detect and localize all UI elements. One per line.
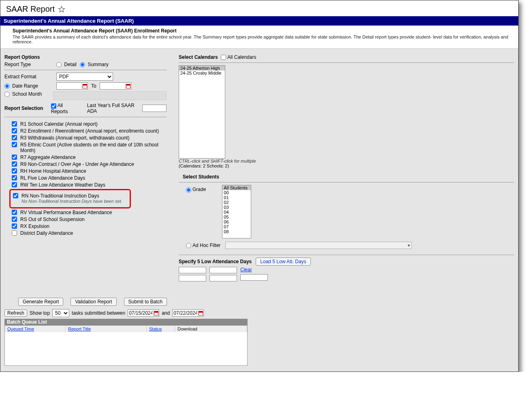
refresh-button[interactable]: Refresh: [4, 309, 27, 317]
low-day-input-5[interactable]: [209, 275, 237, 281]
calendar-item[interactable]: 24-25 Crosby Middle: [179, 71, 225, 75]
date-range-to[interactable]: [100, 82, 131, 90]
report-item[interactable]: R7 Aggregate Attendance: [12, 155, 167, 160]
last-year-ada-label: Last Year's Full SAAR ADA: [87, 103, 139, 114]
report-item[interactable]: R9 Non-Contract / Over Age - Under Age A…: [12, 161, 167, 167]
date-range-from[interactable]: [56, 82, 88, 90]
banner-title: Superintendent's Annual Attendance Repor…: [0, 16, 518, 26]
select-students-label: Select Students: [183, 174, 514, 180]
extract-format-label: Extract Format: [4, 74, 53, 79]
grade-item[interactable]: All Students: [222, 185, 251, 190]
generate-report-button[interactable]: Generate Report: [18, 298, 63, 306]
extract-format-select[interactable]: PDF: [56, 73, 113, 81]
highlighted-report-box: RN Non-Traditional Instruction DaysNo No…: [9, 189, 131, 208]
grade-list[interactable]: All Students000102030405060708: [222, 185, 251, 238]
description-body: The SAAR provides a summary of each dist…: [13, 34, 514, 44]
low-day-input-4[interactable]: [179, 275, 206, 281]
batch-queue-body: [5, 333, 247, 365]
grade-item[interactable]: 06: [222, 219, 251, 224]
report-item[interactable]: R1 School Calendar (Annual report): [12, 121, 167, 127]
report-selection-label: Report Selection: [4, 105, 48, 111]
report-item[interactable]: RN Non-Traditional Instruction DaysNo No…: [13, 193, 127, 204]
report-type-summary-option[interactable]: Summary: [80, 62, 109, 67]
col-queued-time[interactable]: Queued Time: [5, 326, 66, 332]
report-item[interactable]: RW Ten Low Attendance Weather Days: [12, 182, 167, 188]
report-item[interactable]: RS Out of School Suspension: [12, 217, 167, 222]
description-title: Superintendent's Annual Attendance Repor…: [13, 28, 514, 34]
report-item[interactable]: RL Five Low Attendance Days: [12, 175, 167, 181]
submit-to-batch-button[interactable]: Submit to Batch: [124, 298, 167, 306]
low-day-input-2[interactable]: [209, 267, 237, 273]
date-range-option[interactable]: Date Range: [4, 83, 53, 89]
grade-item[interactable]: 04: [222, 210, 251, 215]
school-month-option[interactable]: School Month: [4, 91, 53, 97]
select-calendars-label: Select Calendars: [179, 54, 218, 60]
report-options-header: Report Options: [4, 54, 167, 60]
specify-low-days-label: Specify 5 Low Attendance Days: [179, 259, 252, 264]
calendar-item[interactable]: 24-25 Atherton High: [179, 66, 225, 71]
page-title-bar: SAAR Report: [0, 0, 518, 16]
report-item[interactable]: RH Home Hospital Attendance: [12, 168, 167, 174]
report-item[interactable]: RX Expulsion: [12, 223, 167, 229]
adhoc-filter-select[interactable]: ▾: [225, 242, 412, 249]
favorite-star-icon[interactable]: [58, 6, 65, 13]
calendar-icon[interactable]: [198, 310, 203, 316]
report-item[interactable]: R2 Enrollment / Reenrollment (Annual rep…: [12, 128, 167, 134]
grade-item[interactable]: 02: [222, 200, 251, 205]
col-status[interactable]: Status: [147, 326, 175, 332]
clear-low-days-link[interactable]: Clear: [240, 267, 268, 273]
calendar-icon[interactable]: [125, 83, 131, 89]
report-item[interactable]: R3 Withdrawals (Annual report, withdrawa…: [12, 135, 167, 141]
last-year-ada-input[interactable]: [142, 105, 167, 112]
low-day-input-1[interactable]: [179, 267, 206, 273]
description-section: Superintendent's Annual Attendance Repor…: [0, 26, 518, 49]
report-type-label: Report Type: [4, 62, 53, 67]
calendar-list[interactable]: 24-25 Atherton High24-25 Crosby Middle: [179, 65, 225, 159]
calendar-icon[interactable]: [82, 83, 88, 89]
grade-item[interactable]: 08: [222, 229, 251, 234]
batch-date-to[interactable]: [172, 309, 204, 317]
grade-item[interactable]: 00: [222, 190, 251, 195]
report-list: R1 School Calendar (Annual report)R2 Enr…: [12, 121, 167, 236]
show-top-select[interactable]: 50: [52, 309, 69, 317]
batch-queue-table: Queued Time Report Title Status Download: [4, 325, 248, 366]
batch-queue-header: Batch Queue List: [4, 319, 248, 325]
col-download: Download: [175, 326, 247, 332]
grade-item[interactable]: 03: [222, 205, 251, 210]
all-calendars-checkbox[interactable]: All Calendars: [221, 54, 256, 60]
validation-report-button[interactable]: Validation Report: [71, 298, 116, 306]
report-item[interactable]: District Daily Attendance: [12, 230, 167, 236]
load-low-days-button[interactable]: Load 5 Low Att. Days: [256, 258, 310, 266]
calendar-counts: (Calendars: 2 Schools: 2): [179, 163, 514, 168]
grade-item[interactable]: 05: [222, 215, 251, 219]
batch-date-from[interactable]: [128, 309, 159, 317]
report-type-detail-option[interactable]: Detail: [56, 62, 77, 67]
calendar-icon[interactable]: [153, 310, 159, 316]
col-report-title[interactable]: Report Title: [66, 326, 147, 332]
all-reports-checkbox[interactable]: All Reports: [51, 103, 78, 114]
grade-item[interactable]: 07: [222, 224, 251, 229]
grade-item[interactable]: 01: [222, 195, 251, 200]
grade-option[interactable]: Grade: [186, 187, 206, 192]
adhoc-filter-option[interactable]: Ad Hoc Filter: [186, 243, 220, 248]
calendar-hint: CTRL-click and SHIFT-click for multiple: [179, 159, 514, 163]
report-item[interactable]: RV Virtual Performance Based Attendance: [12, 210, 167, 215]
page-title: SAAR Report: [6, 4, 55, 14]
low-day-input-3[interactable]: [240, 274, 268, 281]
report-item[interactable]: R5 Ethnic Count (Active students on the …: [12, 142, 167, 153]
